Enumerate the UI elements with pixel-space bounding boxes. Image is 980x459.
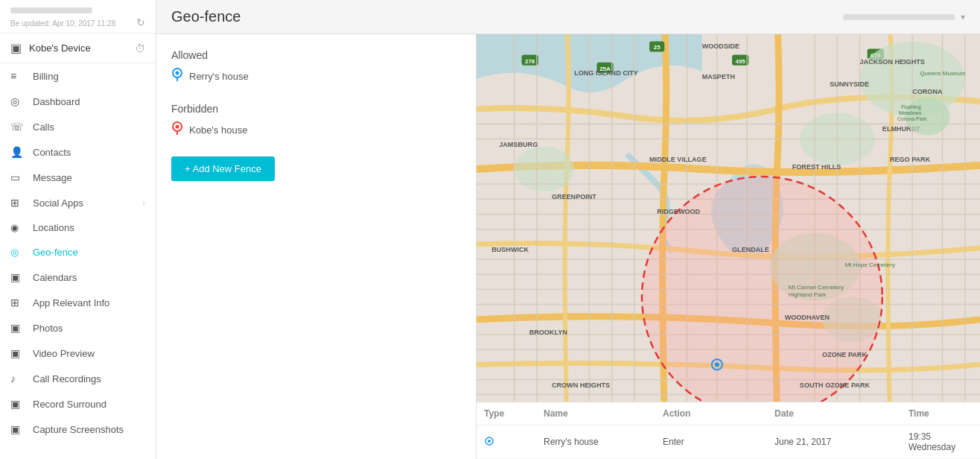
col-action-header: Action: [655, 408, 767, 419]
device-row: ▣ Kobe's Device ⏱: [0, 34, 156, 63]
svg-point-4: [176, 125, 179, 129]
svg-text:CROWN HEIGHTS: CROWN HEIGHTS: [552, 382, 610, 389]
svg-text:495: 495: [735, 58, 745, 65]
col-time-header: Time: [901, 408, 980, 419]
row-time-0: 19:35 Wednesday: [901, 431, 980, 452]
nav-menu: ≡ Billing ◎ Dashboard ☏ Calls 👤 Contacts…: [0, 63, 156, 459]
sidebar-item-app-relevant[interactable]: ⊞ App Relevant Info: [0, 290, 156, 315]
video-preview-icon: ▣: [10, 347, 25, 359]
app-relevant-icon: ⊞: [10, 297, 25, 308]
sidebar-item-capture-screenshots[interactable]: ▣ Capture Screenshots: [0, 417, 156, 442]
last-updated: Be updated: Apr 10, 2017 11:28: [10, 19, 115, 28]
nav-label-social-apps: Social Apps: [33, 197, 142, 209]
calendars-icon: ▣: [10, 271, 25, 283]
svg-text:Queens Museum: Queens Museum: [920, 70, 966, 77]
nav-label-calendars: Calendars: [33, 272, 145, 283]
forbidden-item-name-0: Kobe's house: [189, 124, 247, 136]
photos-icon: ▣: [10, 322, 25, 334]
nav-label-locations: Locations: [33, 222, 145, 233]
svg-text:Mt Hope Cemetery: Mt Hope Cemetery: [844, 262, 896, 268]
top-bar-right: ▾: [843, 12, 965, 22]
capture-screenshots-icon: ▣: [10, 423, 25, 435]
table-header: Type Name Action Date Time: [477, 402, 980, 425]
svg-text:278: 278: [525, 58, 535, 65]
sidebar-item-message[interactable]: ▭ Message: [0, 165, 156, 190]
sidebar-item-social-apps[interactable]: ⊞ Social Apps ›: [0, 190, 156, 215]
sidebar-item-billing[interactable]: ≡ Billing: [0, 63, 156, 89]
geo-fence-icon: ◎: [10, 247, 25, 258]
dashboard-icon: ◎: [10, 95, 25, 107]
svg-text:SUNNYSIDE: SUNNYSIDE: [830, 80, 869, 88]
svg-text:BUSHWICK: BUSHWICK: [491, 246, 529, 253]
svg-text:Mt Carmel Cemetery: Mt Carmel Cemetery: [789, 284, 844, 291]
col-date-header: Date: [767, 408, 901, 419]
page-title: Geo-fence: [171, 8, 241, 25]
sidebar-item-dashboard[interactable]: ◎ Dashboard: [0, 89, 156, 114]
sidebar-header: Be updated: Apr 10, 2017 11:28 ↻: [0, 0, 156, 34]
svg-text:SOUTH OZONE PARK: SOUTH OZONE PARK: [800, 382, 871, 389]
nav-label-message: Message: [33, 172, 145, 183]
table-area: Type Name Action Date Time Rerry's house: [477, 402, 980, 459]
main-content: Geo-fence ▾ Allowed Rerry's house: [156, 0, 980, 459]
nav-label-video-preview: Video Preview: [33, 348, 145, 359]
col-name-header: Name: [536, 408, 655, 419]
svg-point-1: [176, 72, 179, 75]
allowed-title: Allowed: [171, 49, 461, 61]
sidebar-item-record-surround[interactable]: ▣ Record Surround: [0, 391, 156, 417]
nav-label-photos: Photos: [33, 323, 145, 334]
svg-text:OZONE PARK: OZONE PARK: [822, 351, 867, 358]
sidebar-item-locations[interactable]: ◉ Locations: [0, 215, 156, 240]
svg-text:JACKSON HEIGHTS: JACKSON HEIGHTS: [860, 58, 925, 66]
message-icon: ▭: [10, 171, 25, 183]
sidebar-item-photos[interactable]: ▣ Photos: [0, 315, 156, 341]
svg-text:BROOKLYN: BROOKLYN: [529, 329, 567, 336]
svg-text:CORONA: CORONA: [912, 88, 943, 95]
nav-label-contacts: Contacts: [33, 147, 145, 158]
svg-point-53: [715, 362, 719, 367]
svg-text:RIDGEWOOD: RIDGEWOOD: [657, 208, 700, 215]
sidebar-item-contacts[interactable]: 👤 Contacts: [0, 139, 156, 165]
sidebar-item-video-preview[interactable]: ▣ Video Preview: [0, 341, 156, 366]
social-apps-icon: ⊞: [10, 197, 25, 209]
sidebar-item-geo-fence[interactable]: ◎ Geo-fence: [0, 240, 156, 265]
svg-text:Highland Park: Highland Park: [789, 291, 827, 298]
forbidden-item-0: Kobe's house: [171, 121, 461, 139]
allowed-item-name-0: Rerry's house: [189, 71, 249, 82]
svg-text:MASPETH: MASPETH: [702, 73, 735, 80]
svg-text:25: 25: [654, 44, 661, 51]
nav-label-call-recordings: Call Recordings: [33, 373, 145, 384]
dropdown-arrow-icon[interactable]: ▾: [961, 12, 965, 22]
nav-label-dashboard: Dashboard: [33, 96, 145, 107]
svg-text:FOREST HILLS: FOREST HILLS: [792, 163, 841, 171]
nav-label-record-surround: Record Surround: [33, 399, 145, 410]
refresh-icon[interactable]: ↻: [136, 16, 145, 28]
svg-point-21: [514, 147, 574, 192]
forbidden-pin-icon: [171, 121, 183, 139]
billing-icon: ≡: [10, 70, 25, 82]
device-clock-icon: ⏱: [135, 42, 145, 54]
fence-panel: Allowed Rerry's house Forbidden: [156, 34, 477, 459]
nav-label-calls: Calls: [33, 121, 145, 133]
nav-label-capture-screenshots: Capture Screenshots: [33, 424, 145, 435]
record-surround-icon: ▣: [10, 398, 25, 410]
svg-point-55: [488, 440, 491, 443]
device-icon: ▣: [10, 41, 22, 55]
sidebar-item-call-recordings[interactable]: ♪ Call Recordings: [0, 366, 156, 391]
top-bar-account: [843, 14, 955, 20]
nav-label-geo-fence: Geo-fence: [33, 247, 145, 258]
forbidden-section: Forbidden Kobe's house: [171, 103, 461, 145]
svg-text:LONG ISLAND CITY: LONG ISLAND CITY: [574, 69, 638, 77]
add-fence-button[interactable]: + Add New Fence: [171, 156, 275, 181]
svg-text:JAMSBURG: JAMSBURG: [499, 141, 538, 148]
call-recordings-icon: ♪: [10, 373, 25, 384]
forbidden-title: Forbidden: [171, 103, 461, 115]
svg-text:WOODHAVEN: WOODHAVEN: [785, 314, 830, 321]
svg-text:Meadows: Meadows: [899, 110, 922, 115]
sidebar-account: [10, 7, 145, 13]
sidebar: Be updated: Apr 10, 2017 11:28 ↻ ▣ Kobe'…: [0, 0, 156, 459]
sidebar-item-calls[interactable]: ☏ Calls: [0, 114, 156, 139]
map-area[interactable]: 278 25A 25 495 678: [477, 34, 980, 402]
svg-text:Corona Park: Corona Park: [897, 116, 927, 121]
sidebar-item-calendars[interactable]: ▣ Calendars: [0, 265, 156, 290]
social-apps-arrow: ›: [142, 198, 145, 207]
